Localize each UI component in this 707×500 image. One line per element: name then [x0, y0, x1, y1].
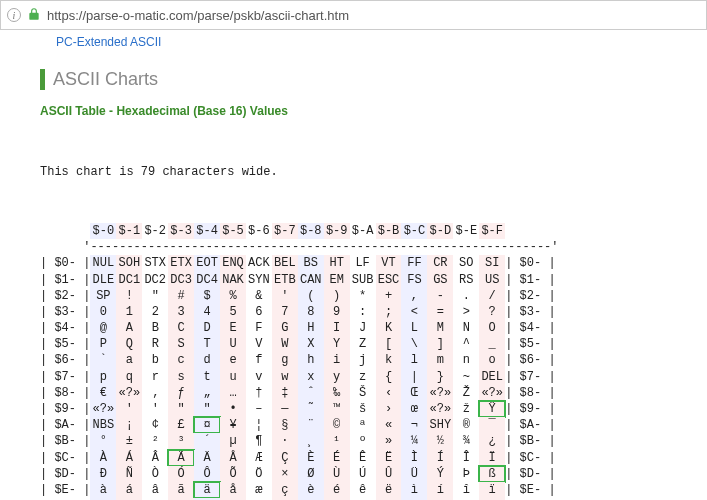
ascii-cell: 3 — [168, 304, 194, 320]
ascii-cell: Ó — [168, 466, 194, 482]
ascii-cell: Š — [350, 385, 376, 401]
ascii-cell: ¢ — [142, 417, 168, 433]
ascii-cell: ‚ — [142, 385, 168, 401]
ascii-cell: ^ — [453, 336, 479, 352]
row-label-right: $D- — [520, 467, 542, 481]
ascii-cell: EM — [324, 272, 350, 288]
ascii-cell: Ç — [272, 450, 298, 466]
ascii-cell: ™ — [324, 401, 350, 417]
ascii-cell: B — [142, 320, 168, 336]
ascii-cell: Ì — [401, 450, 427, 466]
ascii-cell: 9 — [324, 304, 350, 320]
ascii-cell: P — [90, 336, 116, 352]
ascii-cell: ž — [453, 401, 479, 417]
ascii-cell: L — [401, 320, 427, 336]
ascii-cell: LF — [350, 255, 376, 271]
ascii-cell: SP — [90, 288, 116, 304]
ascii-cell: ¸ — [298, 433, 324, 449]
row-label: $6- — [54, 353, 76, 367]
ascii-cell: ¹ — [324, 433, 350, 449]
row-label-right: $2- — [520, 289, 542, 303]
ascii-cell: R — [142, 336, 168, 352]
url-display[interactable]: https://parse-o-matic.com/parse/pskb/asc… — [47, 8, 700, 23]
ascii-cell: Ò — [142, 466, 168, 482]
ascii-cell: v — [246, 369, 272, 385]
row-label-right: $3- — [520, 305, 542, 319]
info-icon[interactable]: i — [7, 8, 21, 22]
col-header: $-5 — [220, 223, 246, 239]
ascii-cell: Æ — [246, 450, 272, 466]
ascii-cell: a — [116, 352, 142, 368]
row-label: $9- — [54, 402, 76, 416]
ascii-cell: † — [246, 385, 272, 401]
ascii-cell: BEL — [272, 255, 298, 271]
ascii-cell: × — [272, 466, 298, 482]
ascii-cell: « — [376, 417, 402, 433]
ascii-cell: l — [401, 352, 427, 368]
ascii-cell: / — [479, 288, 505, 304]
ascii-cell: } — [427, 369, 453, 385]
col-header: $-0 — [90, 223, 116, 239]
ascii-cell: „ — [194, 385, 220, 401]
ascii-cell: Œ — [401, 385, 427, 401]
ascii-cell: ¼ — [401, 433, 427, 449]
ascii-cell: SOH — [116, 255, 142, 271]
ascii-cell: º — [350, 433, 376, 449]
ascii-cell: ½ — [427, 433, 453, 449]
ascii-cell: å — [220, 482, 246, 498]
ascii-cell: FF — [401, 255, 427, 271]
row-label-right: $E- — [520, 483, 542, 497]
ascii-cell: h — [298, 352, 324, 368]
ascii-cell: ê — [350, 482, 376, 498]
ascii-cell: " — [168, 401, 194, 417]
ascii-cell: X — [298, 336, 324, 352]
ascii-cell: FS — [401, 272, 427, 288]
ascii-cell: Õ — [220, 466, 246, 482]
ascii-cell: ENQ — [220, 255, 246, 271]
ascii-cell: ¿ — [479, 433, 505, 449]
row-label-right: $C- — [520, 451, 542, 465]
row-label: $8- — [54, 386, 76, 400]
ascii-cell: M — [427, 320, 453, 336]
ascii-cell: · — [272, 433, 298, 449]
chart-subtitle: ASCII Table - Hexadecimal (Base 16) Valu… — [40, 104, 687, 118]
ascii-cell: Ø — [298, 466, 324, 482]
ascii-cell: E — [220, 320, 246, 336]
ascii-cell: ‰ — [324, 385, 350, 401]
ascii-cell: r — [142, 369, 168, 385]
row-label: $C- — [54, 451, 76, 465]
ascii-cell: s — [168, 369, 194, 385]
ascii-cell: p — [90, 369, 116, 385]
ascii-cell: H — [298, 320, 324, 336]
ascii-cell: é — [324, 482, 350, 498]
ascii-cell: í — [427, 482, 453, 498]
ascii-cell: ³ — [168, 433, 194, 449]
row-label-right: $5- — [520, 337, 542, 351]
ascii-cell: VT — [376, 255, 402, 271]
ascii-cell: G — [272, 320, 298, 336]
ascii-cell: Ž — [453, 385, 479, 401]
ascii-cell: ) — [324, 288, 350, 304]
ascii-cell: ¦ — [246, 417, 272, 433]
ascii-cell: DEL — [479, 369, 505, 385]
col-header: $-F — [479, 223, 505, 239]
ascii-cell: ° — [90, 433, 116, 449]
ascii-cell: «?» — [427, 385, 453, 401]
ascii-cell: ì — [401, 482, 427, 498]
col-header: $-B — [376, 223, 402, 239]
row-label: $1- — [54, 273, 76, 287]
ascii-cell: : — [350, 304, 376, 320]
ascii-cell: m — [427, 352, 453, 368]
col-header: $-1 — [116, 223, 142, 239]
previous-link[interactable]: PC-Extended ASCII — [56, 35, 161, 49]
ascii-cell: > — [453, 304, 479, 320]
ascii-cell: STX — [142, 255, 168, 271]
row-label: $B- — [54, 434, 76, 448]
ascii-cell: SI — [479, 255, 505, 271]
row-label: $D- — [54, 467, 76, 481]
ascii-cell: £ — [168, 417, 194, 433]
ascii-cell: ç — [272, 482, 298, 498]
ascii-cell: @ — [90, 320, 116, 336]
ascii-cell: z — [350, 369, 376, 385]
ascii-cell: ‹ — [376, 385, 402, 401]
